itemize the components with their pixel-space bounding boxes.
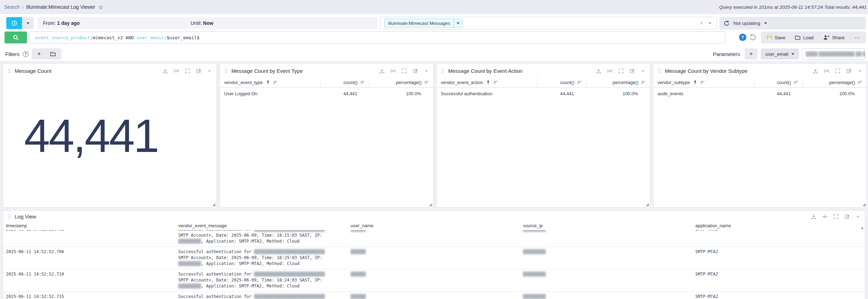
fit-width-icon[interactable] (824, 68, 829, 74)
query-help-icon[interactable]: ? (739, 34, 746, 41)
query-history-icon[interactable] (749, 34, 756, 42)
drag-handle-icon[interactable] (224, 68, 228, 74)
share-button[interactable]: Share (823, 35, 845, 40)
export-download-icon[interactable] (596, 68, 601, 74)
widget-resize-handle[interactable] (862, 203, 866, 206)
drag-handle-icon[interactable] (8, 68, 11, 74)
table-row[interactable]: audit_events 44,441 100.0% (653, 88, 867, 98)
fullscreen-icon[interactable] (833, 214, 839, 219)
filters-help-icon[interactable]: ? (23, 51, 29, 57)
load-button[interactable]: Load (795, 35, 813, 40)
timerange-dropdown-button[interactable] (22, 17, 34, 29)
chevron-down-icon[interactable] (641, 69, 645, 73)
cell-source-ip: █████████ (520, 294, 693, 299)
filter-folder-button[interactable] (50, 51, 56, 57)
log-row[interactable]: 2025-06-11 14:52:52.703 Successful authe… (3, 230, 865, 247)
message-text: Successful authentication for (178, 230, 254, 232)
edit-widget-icon[interactable] (196, 68, 201, 74)
export-download-icon[interactable] (813, 68, 818, 74)
edit-widget-icon[interactable] (630, 68, 635, 74)
chevron-down-icon[interactable] (424, 69, 429, 73)
widget-resize-handle[interactable] (429, 203, 432, 206)
column-header-count[interactable]: count() (754, 78, 803, 87)
pin-icon[interactable] (486, 80, 490, 85)
log-row[interactable]: 2025-06-11 14:52:52.710 Successful authe… (3, 269, 865, 292)
save-button[interactable]: Save (767, 35, 785, 40)
column-label: vendor_event_type (224, 80, 263, 85)
widget-resize-handle[interactable] (646, 203, 649, 206)
stream-chip-remove-icon[interactable]: × (454, 19, 462, 27)
fit-width-icon[interactable] (390, 68, 396, 74)
chevron-down-icon[interactable] (856, 214, 860, 219)
drag-handle-icon[interactable] (8, 214, 11, 219)
column-header-source-ip[interactable]: source_ip (520, 222, 693, 230)
sort-icon[interactable] (700, 80, 705, 85)
sort-icon[interactable] (577, 80, 582, 85)
table-row[interactable]: Successful authentication 44,441 100.0% (437, 88, 650, 98)
add-filter-button[interactable]: + (37, 50, 41, 57)
widget-resize-handle[interactable] (212, 203, 215, 206)
sort-icon[interactable] (794, 80, 798, 85)
column-header-vendor-event-message[interactable]: vendor_event_message (175, 222, 348, 230)
chevron-down-icon[interactable] (858, 69, 862, 73)
streams-select[interactable]: Illuminate:Mimecast Messages × × (380, 17, 717, 29)
fullscreen-icon[interactable] (185, 68, 190, 74)
breadcrumb-separator: › (22, 5, 23, 10)
column-header-field[interactable]: vendor_event_type (220, 78, 320, 87)
pin-icon[interactable] (266, 80, 270, 85)
column-header-percentage[interactable]: percentage() (369, 78, 433, 87)
log-row[interactable]: 2025-06-11 14:52:52.715 Successful authe… (3, 292, 865, 299)
edit-widget-icon[interactable] (845, 214, 850, 219)
timerange-picker-button[interactable] (6, 17, 22, 29)
fit-width-icon[interactable] (607, 68, 612, 74)
breadcrumb-search-link[interactable]: Search (4, 4, 20, 10)
streams-clear-icon[interactable]: × (700, 20, 703, 26)
query-input[interactable]: event_source_product:mimecast_v2 AND use… (30, 32, 725, 43)
cell-user-name: ██████ (348, 271, 520, 289)
sort-icon[interactable] (493, 80, 498, 85)
column-header-percentage[interactable]: percentage() (586, 78, 650, 87)
sort-icon[interactable] (360, 80, 365, 85)
chevron-down-icon[interactable] (207, 69, 212, 73)
edit-widget-icon[interactable] (846, 68, 852, 74)
drag-handle-icon[interactable] (441, 68, 444, 74)
column-header-application-name[interactable]: application_name (693, 222, 865, 230)
cell-user-name: ██████ (348, 294, 520, 299)
log-view-widget: Log View timestamp vendor_event_message … (3, 210, 865, 299)
sort-icon[interactable] (858, 80, 862, 85)
edit-widget-icon[interactable] (413, 68, 418, 74)
table-row[interactable]: User Logged On 44,441 100.0% (220, 88, 433, 98)
redacted-ip: █████████ (523, 249, 546, 254)
log-row[interactable]: 2025-06-11 14:52:52.706 Successful authe… (3, 247, 865, 269)
sort-icon[interactable] (641, 80, 646, 85)
column-header-count[interactable]: count() (320, 78, 369, 87)
sort-icon[interactable] (424, 80, 429, 85)
scrollbar-up-icon[interactable]: ▲ (861, 226, 864, 230)
more-actions-button[interactable]: ⋯ (854, 34, 860, 41)
refresh-control-button[interactable]: Not updating (719, 17, 866, 29)
sort-icon[interactable] (273, 80, 278, 85)
parameter-name-dropdown[interactable]: user_email (761, 48, 799, 60)
column-header-field[interactable]: vendor_event_action (437, 78, 537, 87)
column-header-field[interactable]: vendor_subtype (653, 78, 754, 87)
pin-icon[interactable] (693, 80, 697, 85)
streams-caret-icon[interactable] (709, 22, 711, 24)
parameter-value-input[interactable]: ████ ████████████ ██ ██ (802, 48, 865, 60)
export-download-icon[interactable] (811, 214, 816, 219)
column-header-percentage[interactable]: percentage() (803, 78, 867, 87)
compress-columns-icon[interactable] (822, 214, 827, 219)
fit-width-icon[interactable] (174, 68, 179, 74)
column-header-user-name[interactable]: user_name (348, 222, 520, 230)
drag-handle-icon[interactable] (658, 68, 661, 74)
timerange-display[interactable]: From: 1 day ago Until: Now (38, 17, 378, 29)
favorite-star-icon[interactable]: ☆ (98, 4, 103, 11)
column-header-timestamp[interactable]: timestamp (3, 222, 175, 230)
column-header-count[interactable]: count() (537, 78, 586, 87)
export-download-icon[interactable] (379, 68, 385, 74)
fullscreen-icon[interactable] (618, 68, 624, 74)
search-submit-button[interactable] (5, 32, 27, 43)
fullscreen-icon[interactable] (402, 68, 407, 74)
export-download-icon[interactable] (163, 68, 168, 74)
add-parameter-button[interactable]: + (745, 48, 758, 60)
fullscreen-icon[interactable] (835, 68, 840, 74)
